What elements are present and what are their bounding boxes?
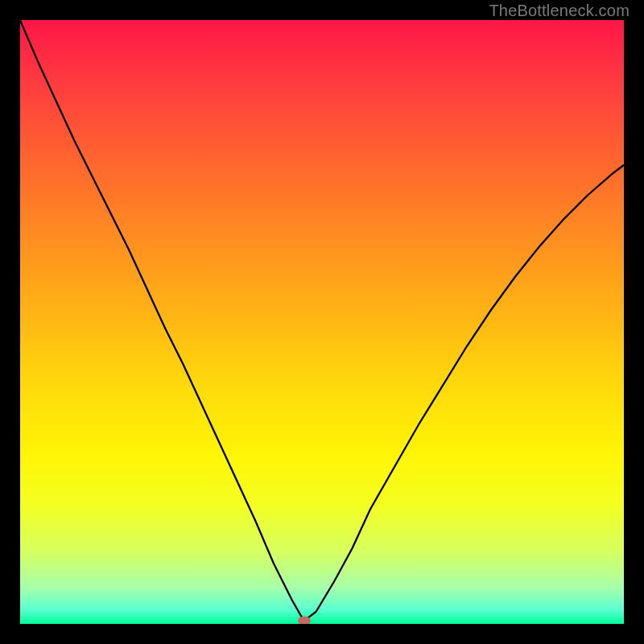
plot-area xyxy=(20,20,624,624)
bottleneck-curve xyxy=(20,20,624,624)
chart-frame: TheBottleneck.com xyxy=(0,0,644,644)
watermark-credit: TheBottleneck.com xyxy=(489,2,630,20)
optimal-point-marker xyxy=(298,617,311,624)
